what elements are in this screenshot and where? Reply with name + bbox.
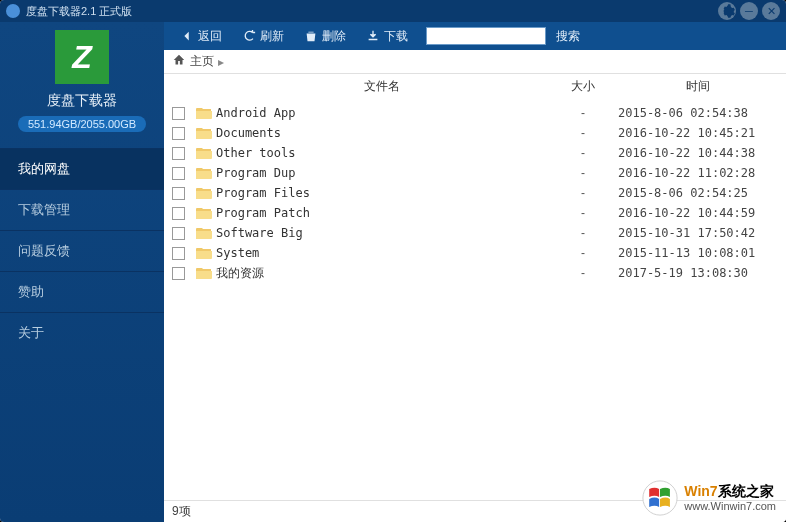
file-size: - (548, 146, 618, 160)
refresh-button[interactable]: 刷新 (234, 25, 292, 48)
search-input[interactable] (426, 27, 546, 45)
file-time: 2015-11-13 10:08:01 (618, 246, 778, 260)
download-icon (366, 29, 380, 43)
main-panel: 返回 刷新 删除 下载 搜索 (164, 22, 786, 522)
app-icon (6, 4, 20, 18)
file-name: Android App (216, 106, 548, 120)
row-checkbox[interactable] (172, 187, 185, 200)
refresh-label: 刷新 (260, 28, 284, 45)
folder-icon (196, 146, 216, 160)
folder-icon (196, 226, 216, 240)
file-name: Program Files (216, 186, 548, 200)
titlebar: 度盘下载器2.1 正式版 ─ ✕ (0, 0, 786, 22)
window-title: 度盘下载器2.1 正式版 (26, 4, 132, 19)
minimize-button[interactable]: ─ (740, 2, 758, 20)
folder-icon (196, 186, 216, 200)
logo-area: Z 度盘下载器 551.94GB/2055.00GB (0, 22, 164, 142)
folder-icon (196, 266, 216, 280)
sidebar-item-3[interactable]: 赞助 (0, 271, 164, 312)
row-checkbox[interactable] (172, 207, 185, 220)
file-name: 我的资源 (216, 265, 548, 282)
folder-icon (196, 166, 216, 180)
file-size: - (548, 206, 618, 220)
file-size: - (548, 126, 618, 140)
delete-label: 删除 (322, 28, 346, 45)
settings-button[interactable] (718, 2, 736, 20)
search-button[interactable]: 搜索 (556, 28, 580, 45)
file-size: - (548, 166, 618, 180)
file-size: - (548, 106, 618, 120)
table-row[interactable]: Program Files-2015-8-06 02:54:25 (164, 183, 786, 203)
col-header-name[interactable]: 文件名 (216, 78, 548, 95)
row-checkbox[interactable] (172, 147, 185, 160)
col-header-size[interactable]: 大小 (548, 78, 618, 95)
storage-badge: 551.94GB/2055.00GB (18, 116, 146, 132)
folder-icon (196, 246, 216, 260)
file-size: - (548, 226, 618, 240)
toolbar: 返回 刷新 删除 下载 搜索 (164, 22, 786, 50)
sidebar-item-1[interactable]: 下载管理 (0, 189, 164, 230)
refresh-icon (242, 29, 256, 43)
chevron-right-icon: ▸ (218, 55, 224, 69)
row-checkbox[interactable] (172, 267, 185, 280)
trash-icon (304, 29, 318, 43)
sidebar-item-0[interactable]: 我的网盘 (0, 148, 164, 189)
row-checkbox[interactable] (172, 127, 185, 140)
delete-button[interactable]: 删除 (296, 25, 354, 48)
file-name: Documents (216, 126, 548, 140)
search-box (426, 27, 546, 45)
row-checkbox[interactable] (172, 167, 185, 180)
breadcrumb: 主页 ▸ (164, 50, 786, 74)
close-button[interactable]: ✕ (762, 2, 780, 20)
sidebar-item-2[interactable]: 问题反馈 (0, 230, 164, 271)
row-checkbox[interactable] (172, 227, 185, 240)
table-row[interactable]: 我的资源-2017-5-19 13:08:30 (164, 263, 786, 283)
folder-icon (196, 126, 216, 140)
breadcrumb-home[interactable]: 主页 (190, 53, 214, 70)
statusbar: 9项 (164, 500, 786, 522)
column-headers: 文件名 大小 时间 (164, 74, 786, 103)
file-name: Other tools (216, 146, 548, 160)
item-count: 9项 (172, 503, 191, 520)
col-header-time[interactable]: 时间 (618, 78, 778, 95)
table-row[interactable]: Program Dup-2016-10-22 11:02:28 (164, 163, 786, 183)
file-list: 文件名 大小 时间 Android App-2015-8-06 02:54:38… (164, 74, 786, 500)
sidebar-item-4[interactable]: 关于 (0, 312, 164, 353)
back-icon (180, 29, 194, 43)
file-time: 2015-8-06 02:54:38 (618, 106, 778, 120)
row-checkbox[interactable] (172, 247, 185, 260)
file-size: - (548, 266, 618, 280)
file-time: 2016-10-22 10:44:59 (618, 206, 778, 220)
table-row[interactable]: Program Patch-2016-10-22 10:44:59 (164, 203, 786, 223)
file-size: - (548, 246, 618, 260)
back-button[interactable]: 返回 (172, 25, 230, 48)
file-size: - (548, 186, 618, 200)
gear-icon (718, 2, 736, 20)
file-name: System (216, 246, 548, 260)
file-time: 2017-5-19 13:08:30 (618, 266, 778, 280)
file-time: 2016-10-22 10:44:38 (618, 146, 778, 160)
file-time: 2015-10-31 17:50:42 (618, 226, 778, 240)
file-time: 2016-10-22 10:45:21 (618, 126, 778, 140)
nav-list: 我的网盘下载管理问题反馈赞助关于 (0, 148, 164, 353)
table-row[interactable]: System-2015-11-13 10:08:01 (164, 243, 786, 263)
file-time: 2015-8-06 02:54:25 (618, 186, 778, 200)
table-row[interactable]: Android App-2015-8-06 02:54:38 (164, 103, 786, 123)
sidebar: Z 度盘下载器 551.94GB/2055.00GB 我的网盘下载管理问题反馈赞… (0, 22, 164, 522)
home-icon[interactable] (172, 53, 186, 70)
app-window: 度盘下载器2.1 正式版 ─ ✕ Z 度盘下载器 551.94GB/2055.0… (0, 0, 786, 522)
file-name: Program Patch (216, 206, 548, 220)
table-row[interactable]: Other tools-2016-10-22 10:44:38 (164, 143, 786, 163)
folder-icon (196, 206, 216, 220)
app-name: 度盘下载器 (47, 92, 117, 110)
download-button[interactable]: 下载 (358, 25, 416, 48)
folder-icon (196, 106, 216, 120)
row-checkbox[interactable] (172, 107, 185, 120)
back-label: 返回 (198, 28, 222, 45)
table-row[interactable]: Software Big-2015-10-31 17:50:42 (164, 223, 786, 243)
download-label: 下载 (384, 28, 408, 45)
table-row[interactable]: Documents-2016-10-22 10:45:21 (164, 123, 786, 143)
file-name: Software Big (216, 226, 548, 240)
file-time: 2016-10-22 11:02:28 (618, 166, 778, 180)
file-name: Program Dup (216, 166, 548, 180)
